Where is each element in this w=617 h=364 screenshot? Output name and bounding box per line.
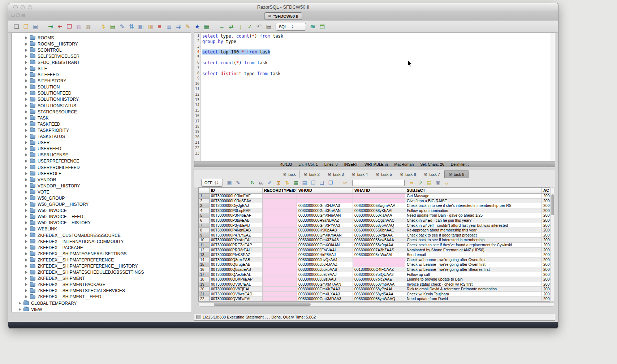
disclosure-triangle-icon[interactable] — [25, 79, 27, 82]
tree-item-site[interactable]: SITE — [12, 65, 191, 72]
table-cell[interactable]: 200 — [542, 262, 550, 267]
disclosure-triangle-icon[interactable] — [25, 240, 27, 243]
tree-item-sfdc-registrant[interactable]: SFDC_REGISTRANT — [12, 59, 191, 65]
table-cell[interactable] — [353, 194, 405, 199]
row-number-cell[interactable]: 4 — [199, 208, 210, 213]
table-cell[interactable]: 200 — [542, 272, 550, 277]
table-cell[interactable]: 0033000000GmXIZAA3 — [297, 238, 353, 243]
tree-item-zkfedex-internationalcommodity[interactable]: ZKFEDEX__INTERNATIONALCOMMODITY — [12, 238, 191, 244]
edit-sql-icon[interactable]: ✎ — [183, 23, 193, 31]
table-cell[interactable]: Re-approach about membership this year — [405, 228, 542, 233]
disclosure-triangle-icon[interactable] — [25, 252, 27, 255]
table-cell[interactable]: 200 — [542, 252, 550, 257]
table-cell[interactable]: 0033000000GmXHJAA3 — [297, 203, 353, 208]
tree-item-zkfedex-shipmatepreference[interactable]: ZKFEDEX__SHIPMATEPREFERENCE — [12, 257, 191, 263]
table-cell[interactable]: 200 — [542, 213, 550, 218]
table-cell[interactable]: 00T3000000P3LopEAF — [210, 208, 263, 213]
table-cell[interactable]: 00T3000000P46qnEAB — [210, 228, 263, 233]
table-cell[interactable]: Nominated by Shane Freeman at ANZ (HR50) — [405, 248, 542, 253]
table-cell[interactable] — [263, 296, 297, 302]
table-cell[interactable]: 00T3000000P3yrbEAB — [210, 223, 263, 228]
table-cell[interactable]: 200 — [542, 199, 550, 204]
tree-item-global-temporary[interactable]: GLOBAL TEMPORARY — [12, 300, 191, 306]
table-cell[interactable]: 00T3000000P47LYEAZ — [210, 233, 263, 238]
table-cell[interactable]: 006300000058yKhAAI — [353, 208, 405, 213]
tree-item-rooms[interactable]: ROOMS — [12, 35, 191, 41]
tree-item-view[interactable]: VIEW — [12, 306, 191, 312]
table-row[interactable]: 1000T3000000POeAnEAL0033000000GmXIZAA300… — [199, 238, 550, 243]
table-cell[interactable] — [263, 277, 297, 282]
table-cell[interactable]: 200 — [542, 257, 550, 263]
table-cell[interactable]: 00T3000000Q8rugEAB — [210, 262, 263, 267]
table-cell[interactable]: 00630000005S0bnAAC — [353, 228, 405, 233]
table-cell[interactable] — [263, 257, 297, 263]
table-cell[interactable]: 0033000000GmXKmAAN — [297, 233, 353, 238]
edit-results-icon[interactable]: ✎ — [234, 179, 242, 187]
table-cell[interactable]: 0033000000JbvRJAAZ — [297, 262, 353, 267]
row-number-cell[interactable]: 11 — [199, 243, 210, 248]
table-row[interactable]: 1400T3000000Q8rexEAB0033000000JbvQzAAJCh… — [199, 257, 550, 263]
table-cell[interactable]: Check-in w/ Ed - can he join this year? — [405, 218, 542, 223]
paste-rows-icon[interactable]: ❒ — [326, 179, 335, 187]
table-row[interactable]: 1700T3000000QAeJbEAL0033000000Ju9J9AAJ00… — [199, 272, 550, 277]
tree-item-zkfedex-shipment-feed[interactable]: ZKFEDEX__SHIPMENT__FEED — [12, 294, 191, 300]
table-cell[interactable]: 0033000000JbvQzAAJ — [297, 257, 353, 263]
table-cell[interactable] — [263, 223, 297, 228]
row-number-cell[interactable]: 6 — [199, 218, 210, 223]
disclosure-triangle-icon[interactable] — [25, 147, 27, 150]
tab-close-icon[interactable]: ⊠ — [352, 172, 355, 177]
result-tab-task-2[interactable]: ⊠task 2 — [300, 170, 324, 178]
table-row[interactable]: 400T3000000P3LopEAF0033000000GmXKnAAN006… — [199, 208, 550, 213]
table-row[interactable]: 800T3000000P46qnEAB0033000000H9i0pAAB006… — [199, 228, 550, 233]
result-tab-task-3[interactable]: ⊠task 3 — [324, 170, 348, 178]
commit-icon[interactable]: ✓ — [245, 23, 255, 31]
disclosure-triangle-icon[interactable] — [25, 203, 27, 206]
table-cell[interactable]: 0013000000C4fFCAAZ — [353, 267, 405, 272]
table-cell[interactable]: 200 — [542, 267, 550, 272]
tree-item-zkfedex-shipmentspecialservices[interactable]: ZKFEDEX__SHIPMENTSPECIALSERVICES — [12, 288, 191, 294]
result-tab-task-5[interactable]: ⊠task 5 — [372, 170, 396, 178]
tree-item-w50-invoice[interactable]: W50_INVOICE — [12, 208, 191, 214]
row-number-cell[interactable]: 10 — [199, 238, 210, 243]
table-cell[interactable]: 00T3000000PREZaEAP — [210, 243, 263, 248]
disclosure-triangle-icon[interactable] — [25, 259, 27, 261]
table-cell[interactable]: 0033000000GmXOiAAN — [297, 243, 353, 248]
table-cell[interactable]: Invoice status check - check w/ RS first — [405, 282, 542, 287]
tree-item-zkfedex-shipmategeneralsettings[interactable]: ZKFEDEX__SHIPMATEGENERALSETTINGS — [12, 251, 191, 257]
table-cell[interactable]: 200 — [542, 194, 550, 199]
disclosure-triangle-icon[interactable] — [19, 308, 21, 311]
table-row[interactable]: 2100T3000000QV8wsEAD0033000000GmXLXAA300… — [199, 292, 550, 297]
table-cell[interactable]: 00T3000000QV8CfEAL — [210, 282, 263, 287]
tree-item-rooms-history[interactable]: ROOMS__HISTORY — [12, 41, 191, 47]
table-cell[interactable]: 00630000005QgzhAAC — [353, 218, 405, 223]
table-cell[interactable]: 200 — [542, 287, 550, 292]
refresh-objects-icon[interactable]: ⇅ — [127, 23, 136, 31]
table-cell[interactable]: Check w/ Leanne - we're going after Shea… — [405, 267, 542, 272]
table-cell[interactable]: 00T3000000OiyJgEAJ — [210, 203, 263, 208]
disclosure-triangle-icon[interactable] — [25, 185, 27, 187]
table-cell[interactable]: 006300000058xw5AAA — [353, 238, 405, 243]
table-options-icon[interactable]: ▦ — [202, 23, 211, 31]
tree-item-w50-invoice-history[interactable]: W50_INVOICE__HISTORY — [12, 220, 191, 226]
table-cell[interactable]: 200 — [542, 233, 550, 238]
table-cell[interactable]: 0033000000JbukoAAB — [297, 267, 353, 272]
table-row[interactable]: 2200T3000000QV9FaEAL0033000000GmXMDAA300… — [199, 296, 550, 302]
table-cell[interactable]: Check nexis to see if they've found a re… — [405, 243, 542, 248]
table-cell[interactable] — [263, 238, 297, 243]
disclosure-triangle-icon[interactable] — [25, 36, 27, 39]
tree-item-vote[interactable]: VOTE — [12, 189, 191, 195]
table-row[interactable]: 1600T3000000Q8sauEAB0033000000JbukoAAB00… — [199, 267, 550, 272]
table-cell[interactable]: 00T3000000QBXPeEAP — [210, 277, 263, 282]
disclosure-triangle-icon[interactable] — [25, 104, 27, 107]
copy-connection-icon[interactable]: ❒ — [65, 23, 74, 31]
table-cell[interactable] — [263, 218, 297, 223]
table-cell[interactable] — [263, 194, 297, 199]
tree-item-zkfedex-shipment[interactable]: ZKFEDEX__SHIPMENT — [12, 276, 191, 282]
table-cell[interactable]: 00T3000000P3tuvEAB — [210, 218, 263, 223]
tree-item-w50-group[interactable]: W50_GROUP — [12, 195, 191, 201]
table-cell[interactable] — [263, 248, 297, 253]
disclosure-triangle-icon[interactable] — [25, 246, 27, 249]
table-cell[interactable]: 0033000000GmXPYAA3 — [297, 223, 353, 228]
add-connection-icon[interactable]: ◍ — [74, 23, 83, 31]
tree-item-user[interactable]: USER — [12, 140, 191, 146]
